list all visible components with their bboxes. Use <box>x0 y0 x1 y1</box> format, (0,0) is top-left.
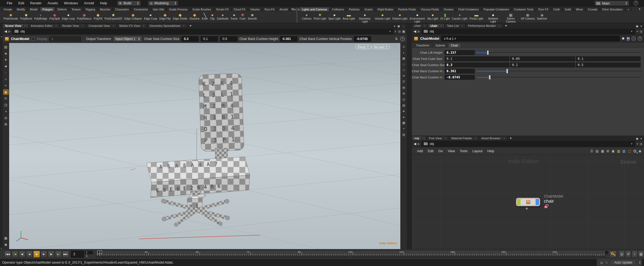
scene-viewport[interactable]: K2K4 L3L1 M2M4 N3N1 O2O4 P3P1 A5A8A4A7 E… <box>9 43 400 249</box>
import-icon[interactable]: ▤ <box>3 45 8 49</box>
refresh-icon[interactable]: ↻ <box>605 261 608 265</box>
shelf-tool[interactable]: ◈ Switcher <box>536 12 548 21</box>
next-keyframe-button[interactable]: ▶| <box>55 251 62 258</box>
close-icon[interactable]: ✕ <box>497 24 501 27</box>
normals-icon[interactable]: ◇ <box>402 68 405 72</box>
back-arrow-icon[interactable]: ◀ <box>414 142 416 146</box>
node-render-flag[interactable] <box>536 199 539 205</box>
shelf-tab[interactable]: Polygon <box>40 7 55 11</box>
param-value-field[interactable]: 0.5 <box>576 63 641 67</box>
audio-icon[interactable]: ♪ <box>632 251 638 258</box>
memory-icon[interactable]: ◉ <box>600 261 603 265</box>
param-value-field[interactable]: 0.05 <box>510 56 575 61</box>
prev-keyframe-button[interactable]: |◀ <box>12 251 18 258</box>
timeline[interactable]: 24487296120144168192216 2 ⋯ <box>96 250 593 258</box>
chevron-down-icon[interactable]: ▼ <box>631 143 633 145</box>
texture-icon[interactable]: ▦ <box>402 57 405 60</box>
badge-icon[interactable]: ▣ <box>612 149 614 153</box>
pane-menu-icon[interactable]: ▾ <box>641 137 642 140</box>
select-arrow-icon[interactable]: ➤ <box>2 63 9 70</box>
handles-icon[interactable]: ◈ <box>3 51 8 56</box>
info-icon[interactable]: i <box>632 37 636 41</box>
close-icon[interactable]: ✕ <box>502 137 506 140</box>
shelf-tab[interactable]: Crowds <box>586 7 600 11</box>
shelf-tool[interactable]: ■ PolyBevel <box>19 12 33 21</box>
star-icon[interactable]: ★ <box>402 110 405 113</box>
param-value-field[interactable]: 0.1 <box>445 56 509 61</box>
close-icon[interactable]: ✕ <box>439 24 443 27</box>
chair-node[interactable] <box>516 198 540 206</box>
pin-icon[interactable]: ⌖ <box>636 142 638 146</box>
shelf-tab[interactable]: Deform <box>55 7 69 11</box>
grid-icon[interactable]: ⊞ <box>3 122 8 127</box>
play-reverse-button[interactable]: ◀ <box>26 251 33 258</box>
loop-icon[interactable]: ↺ <box>625 251 631 258</box>
set-keyframe-button[interactable] <box>609 251 617 258</box>
playhead-marker[interactable]: 2 <box>97 250 102 254</box>
network-box-icon[interactable]: ▢ <box>628 149 631 153</box>
param-slider[interactable] <box>477 75 641 80</box>
wire-icon[interactable]: □ <box>403 63 405 66</box>
crosshair-icon[interactable]: ⌖ <box>403 127 404 130</box>
flipbook-icon[interactable]: ▦ <box>3 236 8 241</box>
shelf-tool[interactable]: ◆ Edge Divide <box>172 12 188 21</box>
shelf-tool[interactable]: ◆ Dissolve <box>189 12 200 21</box>
network-menu-item[interactable]: View <box>445 149 457 153</box>
param-folder-tab[interactable]: Chair <box>448 43 461 48</box>
spinner-icon[interactable]: ▲▼ <box>137 1 139 5</box>
shelf-tool[interactable]: ◆ PolyFill <box>93 12 103 21</box>
translate-icon[interactable]: + <box>3 83 8 88</box>
pane-menu-icon[interactable]: ▾ <box>641 25 642 28</box>
param-value-field[interactable]: 0.1 <box>576 56 641 61</box>
close-icon[interactable]: ✕ <box>112 24 115 27</box>
display-value-field[interactable]: 1 <box>49 36 81 42</box>
close-icon[interactable]: ✕ <box>423 24 426 27</box>
main-desktop-selector[interactable]: Main ▲▼ <box>594 1 629 6</box>
gear-icon[interactable]: ✱ <box>622 37 625 41</box>
input-object-dropdown[interactable]: Input Object 1 ▲▼ <box>113 36 142 42</box>
back-height-field[interactable]: 0.361 <box>280 36 297 42</box>
shelf-tab[interactable]: Muscles <box>98 7 113 11</box>
shelf-tab[interactable]: Texture <box>69 7 83 11</box>
new-tab-button[interactable]: + <box>503 24 509 28</box>
param-slider[interactable] <box>477 50 641 55</box>
pane-tab[interactable]: Material Palette ✕ <box>449 136 479 140</box>
pin-icon[interactable]: ⌖ <box>636 30 638 33</box>
seat-size-x-field[interactable]: 0.3 <box>181 36 199 42</box>
shelf-tool[interactable]: ◗ PolyBridge <box>33 12 48 21</box>
chevron-down-icon[interactable]: ▼ <box>631 30 633 33</box>
close-icon[interactable]: ✕ <box>460 24 464 27</box>
menu-item[interactable]: Edit <box>15 1 27 5</box>
pane-tab[interactable]: Asset Browser ✕ <box>479 136 507 140</box>
tree-view-icon[interactable]: ☰ <box>590 149 593 153</box>
pane-tab[interactable]: chair ✕ <box>428 24 444 28</box>
node-display-flag[interactable] <box>517 199 521 205</box>
forward-arrow-icon[interactable]: ▶ <box>8 29 11 33</box>
pane-tab[interactable]: Geometry Spreadsheet ✕ <box>147 24 187 28</box>
shelf-overflow-icon[interactable]: ▼ <box>636 8 643 10</box>
menu-item[interactable]: Render <box>27 1 45 5</box>
snap-icon[interactable]: ◎ <box>3 115 8 120</box>
shelf-tab[interactable]: Guide Brushes <box>190 7 213 11</box>
link-icon[interactable]: ◐ <box>395 30 397 33</box>
shelf-tab[interactable]: Container Tools <box>511 7 536 11</box>
shelf-tab[interactable]: Pyro FX <box>262 7 277 11</box>
camera-selector[interactable]: No cam ▼ <box>372 45 390 49</box>
shelf-tab[interactable]: Characters <box>113 7 131 11</box>
close-icon[interactable]: ✕ <box>23 24 27 27</box>
network-menu-item[interactable]: Tools <box>457 149 470 153</box>
menu-item[interactable]: Help <box>97 1 110 5</box>
shelf-tool[interactable]: ■ Smooth <box>247 12 258 21</box>
new-tab-button[interactable]: + <box>187 24 194 28</box>
stack-icon[interactable]: ▣ <box>397 25 400 28</box>
chevron-down-icon[interactable]: ▼ <box>389 30 391 33</box>
pose-icon[interactable]: ◑ <box>3 109 8 114</box>
houdini-logo-icon[interactable]: H <box>627 37 630 41</box>
spinner-icon[interactable]: ▲▼ <box>174 1 176 5</box>
shelf-tool[interactable]: ◆ PolySplit <box>49 12 61 21</box>
close-icon[interactable]: ✕ <box>182 24 185 27</box>
param-folder-tab[interactable]: Subnet <box>433 43 448 48</box>
back-arrow-icon[interactable]: ◀ <box>414 29 416 33</box>
slider-handle[interactable] <box>487 50 489 55</box>
list-view-icon[interactable]: ▤ <box>595 149 598 153</box>
